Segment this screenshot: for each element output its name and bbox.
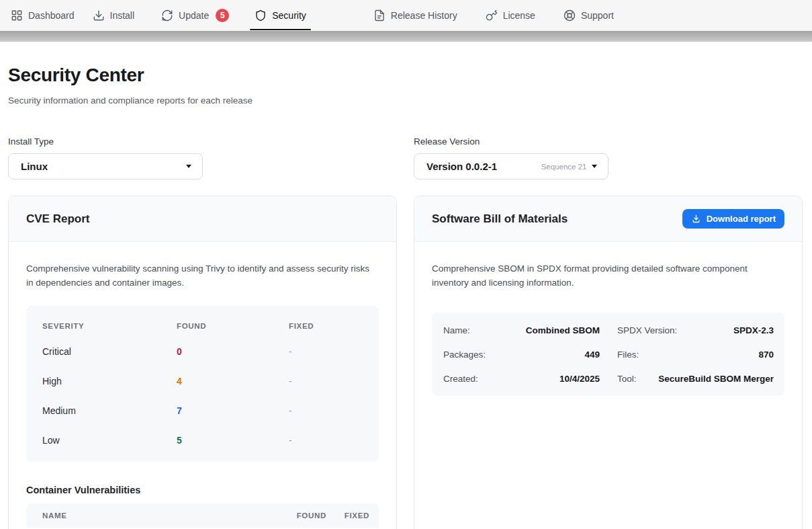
sbom-card: Software Bill of Materials Download repo… [414, 196, 803, 529]
severity-name: Medium [42, 405, 177, 416]
info-label: Tool: [617, 374, 637, 384]
info-label: Files: [617, 350, 639, 360]
page-subtitle: Security information and compliance repo… [8, 95, 803, 106]
severity-found-count: 7 [177, 405, 289, 416]
info-value: SPDX-2.3 [733, 325, 774, 335]
col-name: NAME [42, 512, 271, 520]
key-icon [486, 9, 498, 22]
life-buoy-icon [563, 9, 576, 22]
sbom-info-grid: Name: Combined SBOM SPDX Version: SPDX-2… [432, 313, 784, 396]
chevron-down-icon [592, 165, 597, 168]
info-label: Name: [443, 325, 470, 335]
release-version-value: Version 0.0.2-1 [426, 161, 497, 172]
sbom-info-tool: Tool: SecureBuild SBOM Merger [617, 366, 774, 391]
sbom-info-created: Created: 10/4/2025 [443, 366, 600, 391]
shield-icon [255, 9, 267, 22]
nav-item-security[interactable]: Security [255, 0, 306, 31]
cve-card-body: Comprehensive vulnerability scanning usi… [9, 242, 396, 529]
sbom-description: Comprehensive SBOM in SPDX format provid… [432, 261, 784, 290]
cve-report-card: CVE Report Comprehensive vulnerability s… [8, 196, 397, 529]
info-value: Combined SBOM [526, 325, 600, 335]
install-type-select[interactable]: Linux [8, 153, 203, 179]
severity-fixed-count: - [289, 405, 363, 416]
col-fixed: FIXED [326, 512, 369, 520]
install-type-label: Install Type [8, 136, 397, 147]
nav-item-license[interactable]: License [486, 0, 535, 31]
severity-found-count: 0 [177, 346, 289, 357]
install-type-value: Linux [21, 161, 48, 172]
table-row: High 4 - [42, 366, 363, 396]
refresh-icon [161, 9, 173, 22]
nav-label-release-history: Release History [391, 10, 457, 21]
nav-label-support: Support [581, 10, 614, 21]
cve-card-title: CVE Report [26, 212, 89, 226]
release-version-label: Release Version [414, 136, 803, 147]
severity-table: SEVERITY FOUND FIXED Critical 0 - High 4… [26, 306, 379, 462]
nav-label-license: License [503, 10, 535, 21]
info-value: 449 [584, 350, 600, 360]
download-icon [93, 9, 105, 22]
header-shadow-band [0, 31, 812, 42]
page-title: Security Center [8, 65, 803, 86]
container-vulnerabilities-title: Container Vulnerabilities [26, 485, 379, 495]
severity-fixed-count: - [289, 435, 363, 446]
sbom-info-packages: Packages: 449 [443, 342, 600, 366]
info-value: 870 [758, 350, 774, 360]
info-value: 10/4/2025 [559, 374, 600, 384]
severity-found-count: 5 [177, 435, 289, 446]
severity-name: High [42, 376, 177, 386]
sequence-hint: Sequence 21 [541, 163, 587, 171]
dashboard-grid-icon [11, 9, 23, 22]
table-row: Low 5 - [42, 425, 363, 455]
info-label: Packages: [443, 350, 486, 360]
col-found: FOUND [177, 322, 289, 330]
sbom-card-title: Software Bill of Materials [432, 212, 568, 226]
container-vulnerabilities-header: NAME FOUND FIXED [26, 503, 379, 528]
sbom-card-header: Software Bill of Materials Download repo… [414, 196, 802, 242]
severity-fixed-count: - [289, 346, 363, 357]
sbom-info-spdx-version: SPDX Version: SPDX-2.3 [617, 318, 774, 342]
top-nav: Dashboard Install Update 5 Security Rele… [0, 0, 812, 31]
severity-name: Low [42, 435, 177, 446]
nav-label-install: Install [110, 10, 135, 21]
col-fixed: FIXED [289, 322, 363, 330]
release-version-filter: Release Version Version 0.0.2-1 Sequence… [414, 136, 803, 179]
cve-card-header: CVE Report [9, 196, 396, 242]
sbom-info-name: Name: Combined SBOM [443, 318, 600, 342]
cve-description: Comprehensive vulnerability scanning usi… [26, 261, 379, 290]
severity-found-count: 4 [177, 376, 289, 386]
download-report-button[interactable]: Download report [682, 209, 784, 229]
sbom-card-body: Comprehensive SBOM in SPDX format provid… [414, 242, 802, 415]
info-value: SecureBuild SBOM Merger [658, 374, 774, 384]
download-report-label: Download report [707, 214, 776, 224]
nav-label-update: Update [179, 10, 209, 21]
nav-item-release-history[interactable]: Release History [373, 0, 457, 31]
release-version-select[interactable]: Version 0.0.2-1 Sequence 21 [414, 153, 608, 179]
filters-row: Install Type Linux Release Version Versi… [8, 136, 803, 179]
table-row: Critical 0 - [42, 337, 363, 366]
nav-item-update[interactable]: Update 5 [161, 0, 229, 31]
file-text-icon [373, 9, 386, 22]
nav-item-support[interactable]: Support [563, 0, 614, 31]
severity-table-header: SEVERITY FOUND FIXED [42, 315, 363, 337]
nav-label-security: Security [272, 10, 306, 21]
col-severity: SEVERITY [42, 322, 177, 330]
nav-label-dashboard: Dashboard [28, 10, 75, 21]
nav-item-install[interactable]: Install [93, 0, 135, 31]
sbom-info-files: Files: 870 [617, 342, 774, 366]
info-label: SPDX Version: [617, 325, 677, 335]
nav-item-dashboard[interactable]: Dashboard [11, 0, 75, 31]
update-count-badge: 5 [216, 9, 229, 22]
severity-fixed-count: - [289, 376, 363, 386]
install-type-filter: Install Type Linux [8, 136, 397, 179]
table-row: Medium 7 - [42, 396, 363, 425]
download-icon [691, 214, 701, 224]
severity-name: Critical [42, 346, 177, 357]
col-found: FOUND [271, 512, 326, 520]
info-label: Created: [443, 374, 478, 384]
chevron-down-icon [186, 165, 191, 168]
cards-row: CVE Report Comprehensive vulnerability s… [8, 196, 803, 529]
security-center-page: Security Center Security information and… [0, 42, 812, 529]
